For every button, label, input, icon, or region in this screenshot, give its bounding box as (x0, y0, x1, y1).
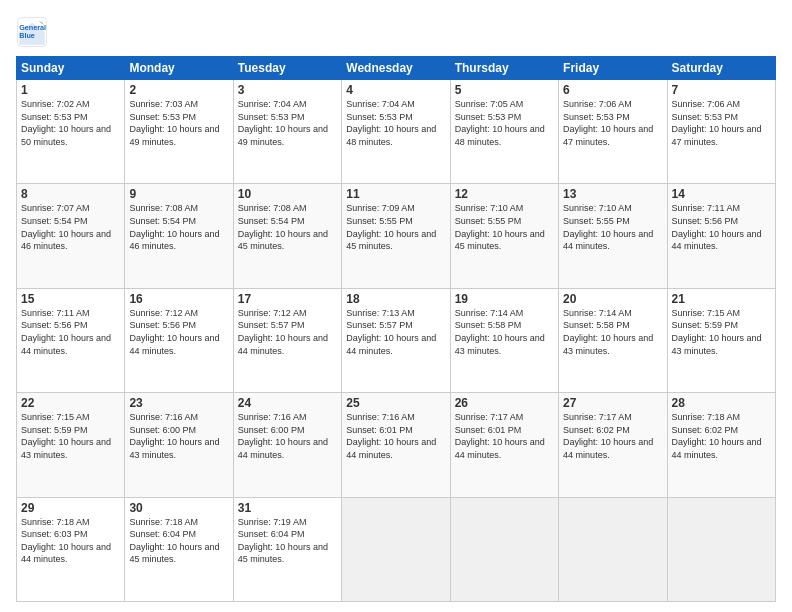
calendar-header-thursday: Thursday (450, 57, 558, 80)
day-number: 11 (346, 187, 445, 201)
calendar-cell (342, 497, 450, 601)
calendar-cell (450, 497, 558, 601)
day-number: 2 (129, 83, 228, 97)
calendar-cell: 15Sunrise: 7:11 AMSunset: 5:56 PMDayligh… (17, 288, 125, 392)
day-number: 8 (21, 187, 120, 201)
calendar-cell: 26Sunrise: 7:17 AMSunset: 6:01 PMDayligh… (450, 393, 558, 497)
day-number: 18 (346, 292, 445, 306)
day-number: 9 (129, 187, 228, 201)
day-number: 14 (672, 187, 771, 201)
day-info: Sunrise: 7:06 AMSunset: 5:53 PMDaylight:… (563, 98, 662, 148)
calendar-cell: 7Sunrise: 7:06 AMSunset: 5:53 PMDaylight… (667, 80, 775, 184)
calendar-cell: 25Sunrise: 7:16 AMSunset: 6:01 PMDayligh… (342, 393, 450, 497)
day-info: Sunrise: 7:15 AMSunset: 5:59 PMDaylight:… (21, 411, 120, 461)
calendar-week-4: 22Sunrise: 7:15 AMSunset: 5:59 PMDayligh… (17, 393, 776, 497)
calendar-cell: 1Sunrise: 7:02 AMSunset: 5:53 PMDaylight… (17, 80, 125, 184)
calendar-week-3: 15Sunrise: 7:11 AMSunset: 5:56 PMDayligh… (17, 288, 776, 392)
day-number: 19 (455, 292, 554, 306)
calendar-cell: 17Sunrise: 7:12 AMSunset: 5:57 PMDayligh… (233, 288, 341, 392)
day-number: 16 (129, 292, 228, 306)
day-number: 29 (21, 501, 120, 515)
calendar-header-wednesday: Wednesday (342, 57, 450, 80)
calendar-cell (559, 497, 667, 601)
calendar-cell: 11Sunrise: 7:09 AMSunset: 5:55 PMDayligh… (342, 184, 450, 288)
day-number: 31 (238, 501, 337, 515)
day-info: Sunrise: 7:16 AMSunset: 6:00 PMDaylight:… (129, 411, 228, 461)
day-info: Sunrise: 7:18 AMSunset: 6:02 PMDaylight:… (672, 411, 771, 461)
calendar-header-saturday: Saturday (667, 57, 775, 80)
calendar-cell: 24Sunrise: 7:16 AMSunset: 6:00 PMDayligh… (233, 393, 341, 497)
day-number: 24 (238, 396, 337, 410)
day-number: 20 (563, 292, 662, 306)
calendar-cell: 21Sunrise: 7:15 AMSunset: 5:59 PMDayligh… (667, 288, 775, 392)
day-info: Sunrise: 7:06 AMSunset: 5:53 PMDaylight:… (672, 98, 771, 148)
day-info: Sunrise: 7:14 AMSunset: 5:58 PMDaylight:… (563, 307, 662, 357)
calendar-header-monday: Monday (125, 57, 233, 80)
day-number: 3 (238, 83, 337, 97)
calendar-cell: 5Sunrise: 7:05 AMSunset: 5:53 PMDaylight… (450, 80, 558, 184)
logo: General Blue (16, 16, 52, 48)
calendar-header-friday: Friday (559, 57, 667, 80)
day-number: 30 (129, 501, 228, 515)
day-info: Sunrise: 7:11 AMSunset: 5:56 PMDaylight:… (21, 307, 120, 357)
calendar-cell: 9Sunrise: 7:08 AMSunset: 5:54 PMDaylight… (125, 184, 233, 288)
calendar-cell: 16Sunrise: 7:12 AMSunset: 5:56 PMDayligh… (125, 288, 233, 392)
day-number: 22 (21, 396, 120, 410)
day-info: Sunrise: 7:18 AMSunset: 6:03 PMDaylight:… (21, 516, 120, 566)
day-number: 6 (563, 83, 662, 97)
logo-icon: General Blue (16, 16, 48, 48)
day-number: 15 (21, 292, 120, 306)
day-number: 5 (455, 83, 554, 97)
calendar-cell: 23Sunrise: 7:16 AMSunset: 6:00 PMDayligh… (125, 393, 233, 497)
day-info: Sunrise: 7:18 AMSunset: 6:04 PMDaylight:… (129, 516, 228, 566)
day-info: Sunrise: 7:16 AMSunset: 6:00 PMDaylight:… (238, 411, 337, 461)
day-number: 27 (563, 396, 662, 410)
day-info: Sunrise: 7:03 AMSunset: 5:53 PMDaylight:… (129, 98, 228, 148)
calendar-cell: 3Sunrise: 7:04 AMSunset: 5:53 PMDaylight… (233, 80, 341, 184)
day-info: Sunrise: 7:04 AMSunset: 5:53 PMDaylight:… (238, 98, 337, 148)
calendar-cell: 19Sunrise: 7:14 AMSunset: 5:58 PMDayligh… (450, 288, 558, 392)
calendar-cell: 22Sunrise: 7:15 AMSunset: 5:59 PMDayligh… (17, 393, 125, 497)
calendar-cell (667, 497, 775, 601)
calendar-cell: 18Sunrise: 7:13 AMSunset: 5:57 PMDayligh… (342, 288, 450, 392)
calendar-cell: 13Sunrise: 7:10 AMSunset: 5:55 PMDayligh… (559, 184, 667, 288)
day-info: Sunrise: 7:05 AMSunset: 5:53 PMDaylight:… (455, 98, 554, 148)
day-info: Sunrise: 7:08 AMSunset: 5:54 PMDaylight:… (238, 202, 337, 252)
day-number: 13 (563, 187, 662, 201)
day-info: Sunrise: 7:17 AMSunset: 6:02 PMDaylight:… (563, 411, 662, 461)
day-info: Sunrise: 7:04 AMSunset: 5:53 PMDaylight:… (346, 98, 445, 148)
calendar-cell: 10Sunrise: 7:08 AMSunset: 5:54 PMDayligh… (233, 184, 341, 288)
calendar-cell: 20Sunrise: 7:14 AMSunset: 5:58 PMDayligh… (559, 288, 667, 392)
day-number: 21 (672, 292, 771, 306)
day-number: 7 (672, 83, 771, 97)
calendar-week-1: 1Sunrise: 7:02 AMSunset: 5:53 PMDaylight… (17, 80, 776, 184)
calendar-cell: 28Sunrise: 7:18 AMSunset: 6:02 PMDayligh… (667, 393, 775, 497)
calendar-week-5: 29Sunrise: 7:18 AMSunset: 6:03 PMDayligh… (17, 497, 776, 601)
page: General Blue SundayMondayTuesdayWednesda… (0, 0, 792, 612)
calendar-week-2: 8Sunrise: 7:07 AMSunset: 5:54 PMDaylight… (17, 184, 776, 288)
calendar-header-tuesday: Tuesday (233, 57, 341, 80)
day-info: Sunrise: 7:10 AMSunset: 5:55 PMDaylight:… (455, 202, 554, 252)
day-number: 28 (672, 396, 771, 410)
svg-text:Blue: Blue (19, 31, 35, 40)
day-info: Sunrise: 7:14 AMSunset: 5:58 PMDaylight:… (455, 307, 554, 357)
day-info: Sunrise: 7:13 AMSunset: 5:57 PMDaylight:… (346, 307, 445, 357)
day-number: 23 (129, 396, 228, 410)
day-info: Sunrise: 7:17 AMSunset: 6:01 PMDaylight:… (455, 411, 554, 461)
day-number: 25 (346, 396, 445, 410)
calendar-header-row: SundayMondayTuesdayWednesdayThursdayFrid… (17, 57, 776, 80)
day-number: 12 (455, 187, 554, 201)
day-number: 4 (346, 83, 445, 97)
header: General Blue (16, 16, 776, 48)
day-number: 17 (238, 292, 337, 306)
day-info: Sunrise: 7:12 AMSunset: 5:57 PMDaylight:… (238, 307, 337, 357)
calendar-cell: 27Sunrise: 7:17 AMSunset: 6:02 PMDayligh… (559, 393, 667, 497)
day-info: Sunrise: 7:11 AMSunset: 5:56 PMDaylight:… (672, 202, 771, 252)
day-number: 10 (238, 187, 337, 201)
calendar-cell: 12Sunrise: 7:10 AMSunset: 5:55 PMDayligh… (450, 184, 558, 288)
calendar-cell: 29Sunrise: 7:18 AMSunset: 6:03 PMDayligh… (17, 497, 125, 601)
calendar-cell: 14Sunrise: 7:11 AMSunset: 5:56 PMDayligh… (667, 184, 775, 288)
calendar-cell: 30Sunrise: 7:18 AMSunset: 6:04 PMDayligh… (125, 497, 233, 601)
calendar-cell: 8Sunrise: 7:07 AMSunset: 5:54 PMDaylight… (17, 184, 125, 288)
day-info: Sunrise: 7:02 AMSunset: 5:53 PMDaylight:… (21, 98, 120, 148)
